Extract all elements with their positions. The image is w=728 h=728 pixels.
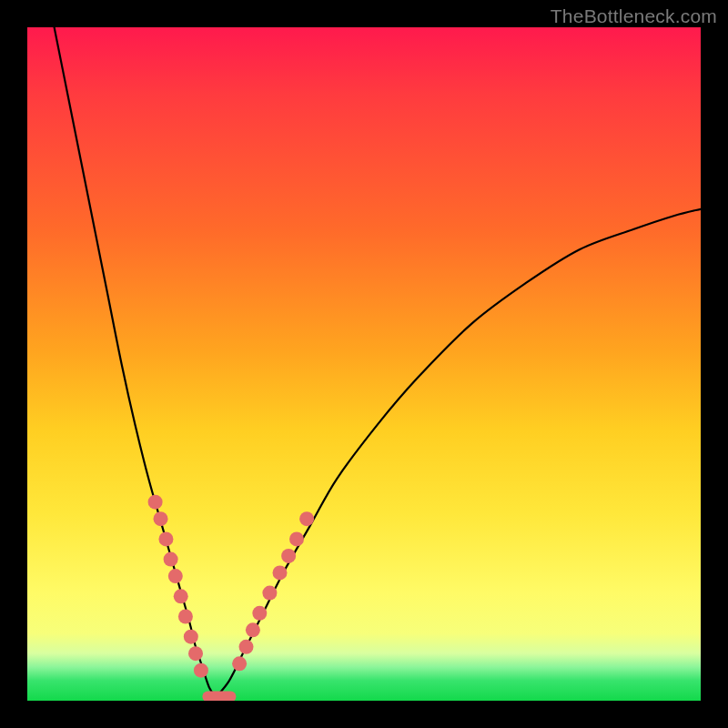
- curve-right-branch: [216, 209, 701, 698]
- plot-area: [27, 27, 701, 701]
- marker-dot: [188, 646, 203, 661]
- marker-dot: [273, 565, 288, 580]
- marker-dot: [239, 640, 254, 654]
- outer-frame: TheBottleneck.com: [0, 0, 728, 728]
- marker-dot: [281, 549, 296, 563]
- marker-dot: [164, 552, 178, 567]
- marker-cluster-left: [148, 495, 208, 678]
- marker-dot: [289, 531, 304, 546]
- marker-cluster-right: [232, 511, 314, 671]
- marker-dot: [174, 589, 188, 603]
- marker-dot: [178, 610, 193, 624]
- marker-dot: [184, 630, 198, 644]
- marker-dot: [232, 656, 247, 671]
- chart-svg: [27, 27, 701, 701]
- marker-dot: [158, 531, 173, 546]
- curve-left-branch: [55, 27, 217, 697]
- marker-dot: [168, 569, 183, 583]
- marker-dot: [154, 511, 168, 526]
- marker-dot: [148, 495, 163, 510]
- watermark-text: TheBottleneck.com: [551, 5, 717, 27]
- marker-dot: [262, 586, 277, 601]
- marker-bottom-pill: [202, 692, 236, 701]
- marker-dot: [299, 511, 314, 526]
- marker-dot: [194, 663, 208, 678]
- marker-dot: [246, 622, 260, 637]
- marker-dot: [252, 606, 267, 621]
